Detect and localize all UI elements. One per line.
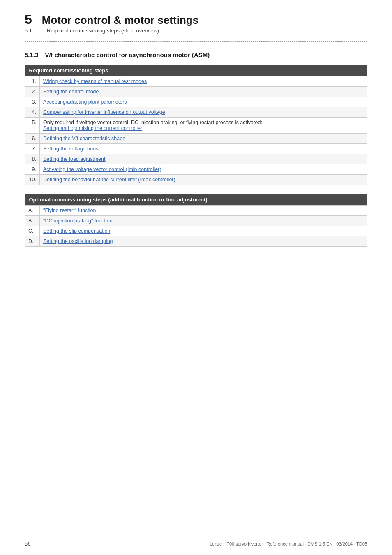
opt-link-b[interactable]: "DC-injection braking" function xyxy=(43,218,113,224)
subsection-heading: 5.1.3V/f characteristic control for asyn… xyxy=(25,51,367,58)
page-footer: 56 Lenze · i700 servo inverter · Referen… xyxy=(25,541,367,547)
table-row: C. Setting the slip compensation xyxy=(25,226,367,236)
row-num-4: 4. xyxy=(25,107,40,118)
table-row: 10. Defining the behaviour at the curren… xyxy=(25,175,367,185)
opt-link-c[interactable]: Setting the slip compensation xyxy=(43,228,110,234)
row-cell-5: Only required if voltage vector control,… xyxy=(40,118,367,134)
subsection-number: 5.1.3 xyxy=(25,51,38,58)
row-num-6: 6. xyxy=(25,134,40,144)
table-row: 6. Defining the V/f characteristic shape xyxy=(25,134,367,144)
row-num-7: 7. xyxy=(25,144,40,154)
page-header: 5 Motor control & motor settings 5.1 Req… xyxy=(25,12,367,34)
link-7[interactable]: Setting the voltage boost xyxy=(43,146,100,152)
link-8[interactable]: Setting the load adjustment xyxy=(43,156,106,162)
link-1[interactable]: Wiring check by means of manual test mod… xyxy=(43,79,147,84)
subsection-title: V/f characteristic control for asynchron… xyxy=(45,51,210,58)
row-cell-3: Accepting/adapting plant parameters xyxy=(40,97,367,107)
table-row: 2. Setting the control mode xyxy=(25,87,367,97)
row-cell-4: Compensating for inverter influence on o… xyxy=(40,107,367,118)
link-10[interactable]: Defining the behaviour at the current li… xyxy=(43,177,175,183)
table-row: 9. Activating the voltage vector control… xyxy=(25,164,367,175)
section-title: Required commissioning steps (short over… xyxy=(47,28,159,34)
opt-row-num-b: B. xyxy=(25,216,40,226)
opt-row-cell-b: "DC-injection braking" function xyxy=(40,216,367,226)
opt-row-cell-c: Setting the slip compensation xyxy=(40,226,367,236)
row-cell-8: Setting the load adjustment xyxy=(40,154,367,164)
opt-row-num-d: D. xyxy=(25,236,40,247)
chapter-title: Motor control & motor settings xyxy=(42,14,198,27)
row-num-10: 10. xyxy=(25,175,40,185)
table-row: 3. Accepting/adapting plant parameters xyxy=(25,97,367,107)
row-num-2: 2. xyxy=(25,87,40,97)
opt-link-d[interactable]: Setting the oscillation damping xyxy=(43,238,113,244)
table-row: 1. Wiring check by means of manual test … xyxy=(25,76,367,87)
row-num-1: 1. xyxy=(25,76,40,87)
table-row: D. Setting the oscillation damping xyxy=(25,236,367,247)
required-commissioning-table: Required commissioning steps 1. Wiring c… xyxy=(25,65,367,185)
row-num-5: 5. xyxy=(25,118,40,134)
link-9[interactable]: Activating the voltage vector control (I… xyxy=(43,166,161,172)
link-2[interactable]: Setting the control mode xyxy=(43,89,99,95)
opt-row-cell-a: "Flying restart" function xyxy=(40,206,367,216)
link-5[interactable]: Setting and optimising the current contr… xyxy=(43,125,142,131)
row-num-8: 8. xyxy=(25,154,40,164)
optional-table-header: Optional commissioning steps (additional… xyxy=(25,194,367,206)
link-6[interactable]: Defining the V/f characteristic shape xyxy=(43,136,125,141)
row-cell-6: Defining the V/f characteristic shape xyxy=(40,134,367,144)
link-4[interactable]: Compensating for inverter influence on o… xyxy=(43,109,165,115)
table-row: A. "Flying restart" function xyxy=(25,206,367,216)
header-title-row: 5 Motor control & motor settings xyxy=(25,12,367,27)
required-table-header: Required commissioning steps xyxy=(25,65,367,76)
row-cell-10: Defining the behaviour at the current li… xyxy=(40,175,367,185)
row-num-3: 3. xyxy=(25,97,40,107)
page-number: 56 xyxy=(25,541,30,547)
table-row: B. "DC-injection braking" function xyxy=(25,216,367,226)
table-row: 5. Only required if voltage vector contr… xyxy=(25,118,367,134)
link-3[interactable]: Accepting/adapting plant parameters xyxy=(43,99,127,105)
opt-row-cell-d: Setting the oscillation damping xyxy=(40,236,367,247)
section-number: 5.1 xyxy=(25,28,37,34)
opt-link-a[interactable]: "Flying restart" function xyxy=(43,208,96,213)
footer-text: Lenze · i700 servo inverter · Reference … xyxy=(210,541,367,546)
section-row: 5.1 Required commissioning steps (short … xyxy=(25,28,367,34)
row-cell-1: Wiring check by means of manual test mod… xyxy=(40,76,367,87)
row-cell-9: Activating the voltage vector control (I… xyxy=(40,164,367,175)
separator xyxy=(25,41,367,42)
page-wrapper: 5 Motor control & motor settings 5.1 Req… xyxy=(0,0,392,555)
optional-commissioning-table: Optional commissioning steps (additional… xyxy=(25,194,367,247)
row-5-note: Only required if voltage vector control,… xyxy=(43,120,262,125)
opt-row-num-a: A. xyxy=(25,206,40,216)
row-num-9: 9. xyxy=(25,164,40,175)
chapter-number: 5 xyxy=(25,12,32,27)
table-row: 4. Compensating for inverter influence o… xyxy=(25,107,367,118)
row-cell-7: Setting the voltage boost xyxy=(40,144,367,154)
row-cell-2: Setting the control mode xyxy=(40,87,367,97)
table-row: 7. Setting the voltage boost xyxy=(25,144,367,154)
opt-row-num-c: C. xyxy=(25,226,40,236)
table-row: 8. Setting the load adjustment xyxy=(25,154,367,164)
